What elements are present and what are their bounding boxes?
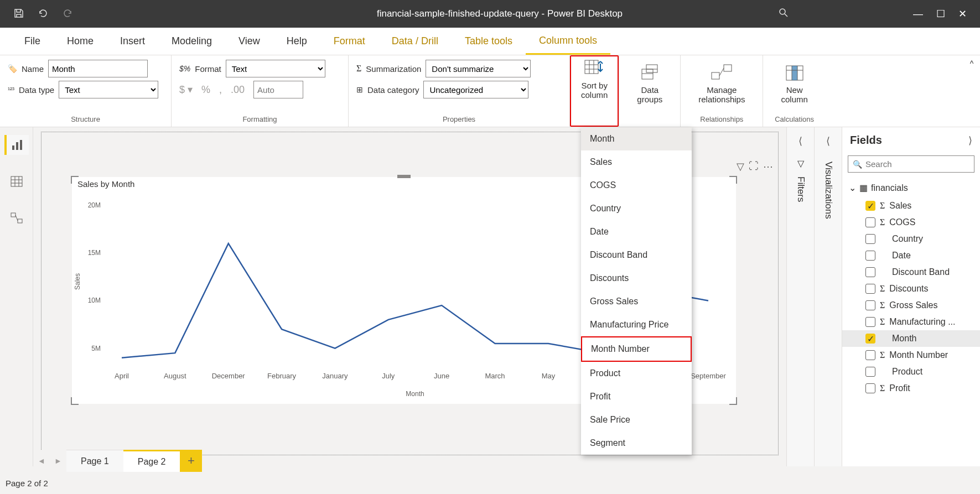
maximize-icon[interactable]: ☐ bbox=[936, 8, 945, 20]
field-month[interactable]: ✓Month bbox=[842, 330, 980, 347]
chevron-right-icon[interactable]: ⟩ bbox=[968, 134, 972, 147]
field-gross-sales[interactable]: ΣGross Sales bbox=[842, 297, 980, 314]
checkbox-icon[interactable] bbox=[865, 350, 875, 360]
tab-modeling[interactable]: Modeling bbox=[158, 28, 225, 55]
field-date[interactable]: Date bbox=[842, 247, 980, 264]
page-next[interactable]: ► bbox=[50, 450, 66, 472]
field-country[interactable]: Country bbox=[842, 231, 980, 247]
tab-table-tools[interactable]: Table tools bbox=[452, 28, 526, 55]
field-cogs[interactable]: ΣCOGS bbox=[842, 214, 980, 231]
name-input[interactable] bbox=[48, 60, 148, 77]
redo-icon[interactable] bbox=[62, 8, 73, 20]
table-financials[interactable]: ⌄ ▦ financials bbox=[842, 178, 980, 197]
datatype-icon: ¹²³ bbox=[8, 86, 14, 93]
page-tab-1[interactable]: Page 1 bbox=[66, 450, 123, 472]
tab-help[interactable]: Help bbox=[273, 28, 320, 55]
decimal-icon[interactable]: .00 bbox=[231, 84, 245, 96]
ribbon-collapse-icon[interactable]: ^ bbox=[966, 58, 978, 70]
focus-icon[interactable]: ⛶ bbox=[749, 160, 759, 173]
field-product[interactable]: Product bbox=[842, 363, 980, 380]
checkbox-icon[interactable] bbox=[865, 317, 875, 327]
dropdown-item-gross-sales[interactable]: Gross Sales bbox=[581, 290, 692, 313]
field-discounts[interactable]: ΣDiscounts bbox=[842, 280, 980, 297]
field-profit[interactable]: ΣProfit bbox=[842, 380, 980, 397]
dropdown-item-discounts[interactable]: Discounts bbox=[581, 267, 692, 290]
chevron-left-icon-2[interactable]: ⟨ bbox=[826, 135, 830, 147]
expand-icon[interactable]: ⌄ bbox=[849, 183, 856, 193]
percent-icon[interactable]: % bbox=[201, 84, 210, 96]
tab-view[interactable]: View bbox=[225, 28, 273, 55]
checkbox-icon[interactable] bbox=[865, 284, 875, 294]
dropdown-item-date[interactable]: Date bbox=[581, 220, 692, 243]
summarization-select[interactable]: Don't summarize bbox=[426, 60, 531, 77]
dropdown-item-discount-band[interactable]: Discount Band bbox=[581, 243, 692, 267]
field-month-number[interactable]: ΣMonth Number bbox=[842, 347, 980, 363]
dropdown-item-profit[interactable]: Profit bbox=[581, 385, 692, 408]
save-icon[interactable] bbox=[13, 8, 24, 20]
close-icon[interactable]: ✕ bbox=[958, 8, 967, 20]
fields-search[interactable]: 🔍 bbox=[848, 155, 974, 173]
chevron-left-icon[interactable]: ⟨ bbox=[798, 135, 802, 147]
field-label: Manufacturing ... bbox=[889, 317, 955, 327]
sort-by-column-button[interactable]: Sort by column bbox=[570, 55, 619, 127]
format-select[interactable]: Text bbox=[226, 60, 325, 77]
tab-insert[interactable]: Insert bbox=[107, 28, 158, 55]
tab-file[interactable]: File bbox=[11, 28, 54, 55]
auto-input[interactable] bbox=[253, 81, 303, 98]
filters-pane-collapsed[interactable]: ⟨ ▽ Filters bbox=[786, 127, 814, 466]
dropdown-item-month-number[interactable]: Month Number bbox=[581, 336, 692, 362]
checkbox-icon[interactable] bbox=[865, 217, 875, 227]
manage-relationships-button[interactable]: Manage relationships bbox=[688, 60, 755, 104]
category-select[interactable]: Uncategorized bbox=[423, 81, 528, 98]
svg-text:Sales: Sales bbox=[74, 273, 81, 290]
model-view-icon[interactable] bbox=[4, 208, 29, 228]
svg-text:December: December bbox=[212, 372, 246, 380]
minimize-icon[interactable]: — bbox=[913, 8, 923, 20]
data-view-icon[interactable] bbox=[4, 171, 29, 191]
sort-by-column-dropdown[interactable]: MonthSalesCOGSCountryDateDiscount BandDi… bbox=[581, 127, 692, 455]
tab-column-tools[interactable]: Column tools bbox=[526, 28, 610, 55]
checkbox-icon[interactable] bbox=[865, 383, 875, 393]
data-groups-button[interactable]: Data groups bbox=[627, 60, 672, 104]
format-label: Format bbox=[195, 64, 221, 74]
add-page-button[interactable]: + bbox=[180, 450, 202, 472]
dropdown-item-sales[interactable]: Sales bbox=[581, 150, 692, 174]
field-sales[interactable]: ✓ΣSales bbox=[842, 197, 980, 214]
visualizations-pane-collapsed[interactable]: ⟨ Visualizations bbox=[814, 127, 842, 466]
report-view-icon[interactable] bbox=[4, 135, 29, 155]
comma-icon[interactable]: , bbox=[219, 84, 222, 96]
svg-text:January: January bbox=[322, 372, 348, 380]
page-prev[interactable]: ◄ bbox=[33, 450, 50, 472]
tab-data-drill[interactable]: Data / Drill bbox=[378, 28, 452, 55]
field-discount-band[interactable]: Discount Band bbox=[842, 264, 980, 280]
dropdown-item-product[interactable]: Product bbox=[581, 362, 692, 385]
filter-icon[interactable]: ▽ bbox=[737, 160, 744, 173]
checkbox-icon[interactable] bbox=[865, 234, 875, 244]
checkbox-icon[interactable]: ✓ bbox=[865, 201, 875, 211]
search-input[interactable] bbox=[865, 159, 971, 169]
checkbox-icon[interactable] bbox=[865, 300, 875, 310]
dropdown-item-month[interactable]: Month bbox=[581, 127, 692, 150]
tab-format[interactable]: Format bbox=[320, 28, 378, 55]
dropdown-item-country[interactable]: Country bbox=[581, 197, 692, 220]
checkbox-icon[interactable] bbox=[865, 367, 875, 377]
search-icon[interactable] bbox=[778, 7, 789, 21]
titlebar: financial-sample-finished-update-query -… bbox=[0, 0, 980, 28]
dropdown-item-segment[interactable]: Segment bbox=[581, 431, 692, 455]
currency-icon[interactable]: $ ▾ bbox=[179, 84, 193, 96]
undo-icon[interactable] bbox=[38, 8, 49, 20]
dropdown-item-cogs[interactable]: COGS bbox=[581, 174, 692, 197]
tab-home[interactable]: Home bbox=[54, 28, 107, 55]
checkbox-icon[interactable] bbox=[865, 267, 875, 277]
page-tab-2[interactable]: Page 2 bbox=[123, 450, 180, 472]
checkbox-icon[interactable] bbox=[865, 251, 875, 261]
new-column-button[interactable]: New column bbox=[771, 60, 817, 104]
dropdown-item-manufacturing-price[interactable]: Manufacturing Price bbox=[581, 313, 692, 336]
filters-label: Filters bbox=[795, 176, 806, 202]
svg-text:Month: Month bbox=[406, 390, 424, 398]
dropdown-item-sale-price[interactable]: Sale Price bbox=[581, 408, 692, 431]
datatype-select[interactable]: Text bbox=[59, 81, 158, 98]
field-manufacturing-[interactable]: ΣManufacturing ... bbox=[842, 314, 980, 330]
checkbox-icon[interactable]: ✓ bbox=[865, 334, 875, 344]
more-icon[interactable]: ⋯ bbox=[763, 160, 773, 173]
